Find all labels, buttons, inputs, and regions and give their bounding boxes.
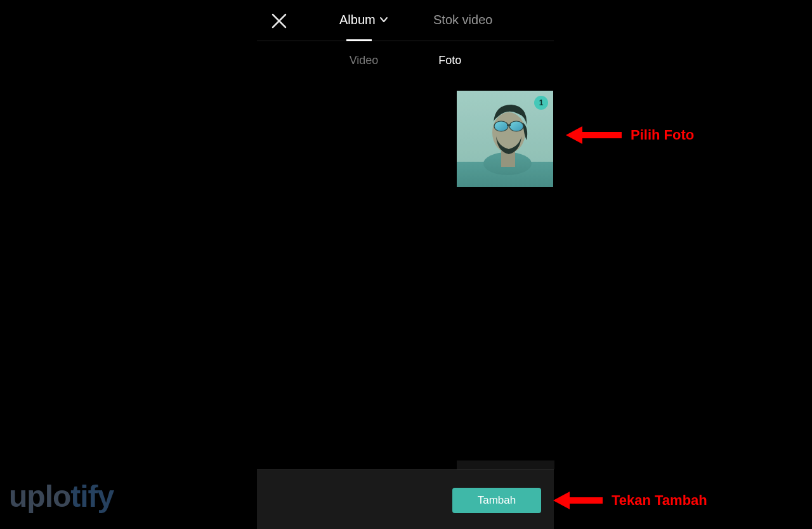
tab-album-label: Album	[339, 13, 376, 27]
bottom-bar: Tambah	[257, 469, 554, 529]
tab-stock-label: Stok video	[433, 13, 492, 27]
watermark-part1: uplo	[9, 480, 70, 513]
annotation-label: Pilih Foto	[631, 127, 694, 143]
watermark: uplotify	[9, 479, 114, 514]
tab-stock-video[interactable]: Stok video	[433, 13, 492, 27]
tab-album-underline	[346, 39, 372, 41]
tab-album[interactable]: Album	[339, 13, 388, 27]
annotation-label: Tekan Tambah	[612, 492, 707, 509]
photo-thumbnail[interactable]: 1	[457, 91, 553, 187]
chevron-down-icon	[379, 13, 388, 27]
subtab-foto[interactable]: Foto	[438, 54, 461, 67]
top-bar: Album Stok video	[257, 0, 554, 41]
selection-badge: 1	[534, 96, 548, 110]
photo-grid: 1	[257, 79, 554, 187]
selection-tray-slot	[457, 460, 554, 469]
sub-tabs: Video Foto	[257, 41, 554, 79]
svg-marker-16	[553, 492, 570, 509]
close-button[interactable]	[271, 13, 287, 29]
annotation-tekan-tambah: Tekan Tambah	[553, 490, 707, 511]
svg-marker-14	[566, 126, 582, 144]
arrow-left-icon	[566, 124, 623, 146]
arrow-left-icon	[553, 490, 604, 511]
add-button[interactable]: Tambah	[452, 488, 541, 513]
watermark-part2: tify	[70, 480, 114, 513]
media-picker-panel: Album Stok video Video Foto	[257, 0, 554, 529]
subtab-video[interactable]: Video	[350, 54, 379, 67]
close-icon	[271, 13, 287, 29]
annotation-pilih-foto: Pilih Foto	[566, 124, 694, 146]
